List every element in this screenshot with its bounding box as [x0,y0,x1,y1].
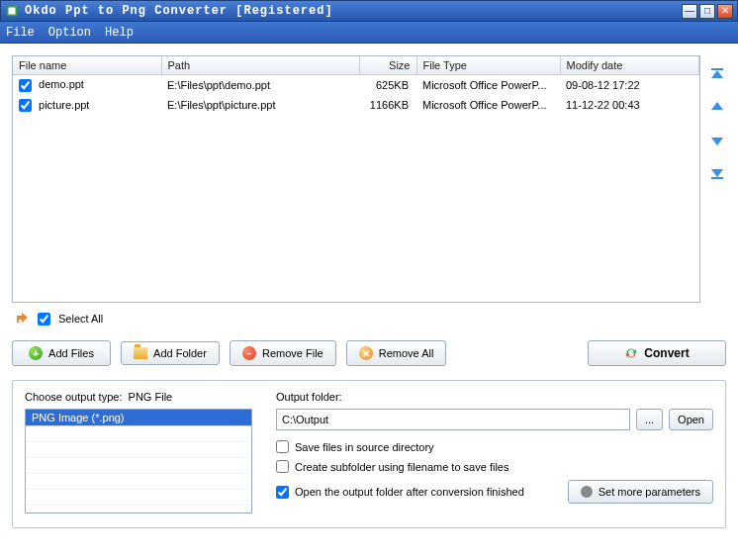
main-content: File name Path Size File Type Modify dat… [0,44,738,560]
save-in-source-label: Save files in source directory [295,441,434,453]
move-bottom-icon[interactable] [708,162,726,180]
close-button[interactable]: ✕ [717,4,733,19]
output-type-current: PNG File [129,391,173,403]
create-subfolder-checkbox[interactable] [276,460,289,473]
cell-modify: 11-12-22 00:43 [560,95,699,116]
output-folder-input[interactable] [276,409,630,430]
menu-file[interactable]: File [6,26,35,40]
menu-help[interactable]: Help [105,26,134,40]
file-list[interactable]: File name Path Size File Type Modify dat… [12,55,700,303]
set-more-parameters-button[interactable]: Set more parameters [568,480,713,504]
gear-icon [581,486,593,498]
convert-icon [624,346,638,360]
add-files-button[interactable]: + Add Files [12,340,111,366]
cell-size: 1166KB [359,95,416,116]
set-params-label: Set more parameters [599,486,700,498]
cell-size: 625KB [359,75,416,96]
cell-path: E:\Files\ppt\picture.ppt [161,95,359,116]
output-folder-label: Output folder: [276,391,713,403]
col-size[interactable]: Size [359,56,416,75]
output-type-label: Choose output type: [25,391,122,403]
cell-filetype: Microsoft Office PowerP... [416,95,560,116]
cell-modify: 09-08-12 17:22 [560,75,699,96]
output-type-list[interactable]: PNG Image (*.png) [25,409,252,513]
table-row[interactable]: demo.pptE:\Files\ppt\demo.ppt625KBMicros… [13,75,699,96]
col-filetype[interactable]: File Type [416,56,560,75]
convert-button[interactable]: Convert [588,340,726,366]
row-checkbox[interactable] [19,79,32,92]
col-filename[interactable]: File name [13,56,161,75]
remove-file-label: Remove File [262,347,323,359]
minimize-button[interactable]: — [682,4,697,19]
create-subfolder-label: Create subfolder using filename to save … [295,461,508,473]
open-folder-button[interactable]: Open [669,409,713,430]
folder-icon [134,347,147,359]
remove-file-button[interactable]: − Remove File [230,340,336,366]
cell-path: E:\Files\ppt\demo.ppt [161,75,359,96]
minus-icon: − [242,346,256,360]
add-files-label: Add Files [48,347,94,359]
app-icon [5,4,19,18]
add-folder-label: Add Folder [153,347,207,359]
convert-label: Convert [644,346,689,360]
move-down-icon[interactable] [708,131,726,148]
menu-option[interactable]: Option [48,26,91,40]
select-all-checkbox[interactable] [38,313,50,326]
row-checkbox[interactable] [19,99,32,112]
remove-all-label: Remove All [379,347,434,359]
table-row[interactable]: picture.pptE:\Files\ppt\picture.ppt1166K… [13,95,699,116]
col-path[interactable]: Path [161,56,359,75]
open-after-label: Open the output folder after conversion … [295,486,524,498]
title-bar: Okdo Ppt to Png Converter [Registered] —… [0,0,738,22]
remove-all-icon: ✕ [359,346,373,360]
plus-icon: + [29,346,43,360]
select-all-label: Select All [58,313,103,325]
open-after-checkbox[interactable] [276,486,289,499]
move-top-icon[interactable] [708,67,726,85]
maximize-button[interactable]: □ [699,4,715,19]
remove-all-button[interactable]: ✕ Remove All [346,340,447,366]
window-title: Okdo Ppt to Png Converter [Registered] [25,4,680,18]
select-all-row: Select All [12,303,726,334]
save-in-source-checkbox[interactable] [276,440,289,453]
svg-rect-1 [9,8,16,15]
svg-rect-3 [711,177,723,179]
cell-filename: demo.ppt [39,78,84,90]
reorder-buttons [708,55,726,303]
up-level-icon[interactable] [14,311,30,327]
col-modify[interactable]: Modify date [560,56,699,75]
cell-filetype: Microsoft Office PowerP... [416,75,560,96]
move-up-icon[interactable] [708,99,726,117]
type-list-item[interactable]: PNG Image (*.png) [26,410,251,426]
svg-rect-2 [711,68,723,70]
bottom-panel: Choose output type: PNG File PNG Image (… [12,380,726,528]
add-folder-button[interactable]: Add Folder [121,341,220,365]
browse-button[interactable]: ... [636,409,663,430]
cell-filename: picture.ppt [39,99,89,111]
menu-bar: File Option Help [0,22,738,44]
